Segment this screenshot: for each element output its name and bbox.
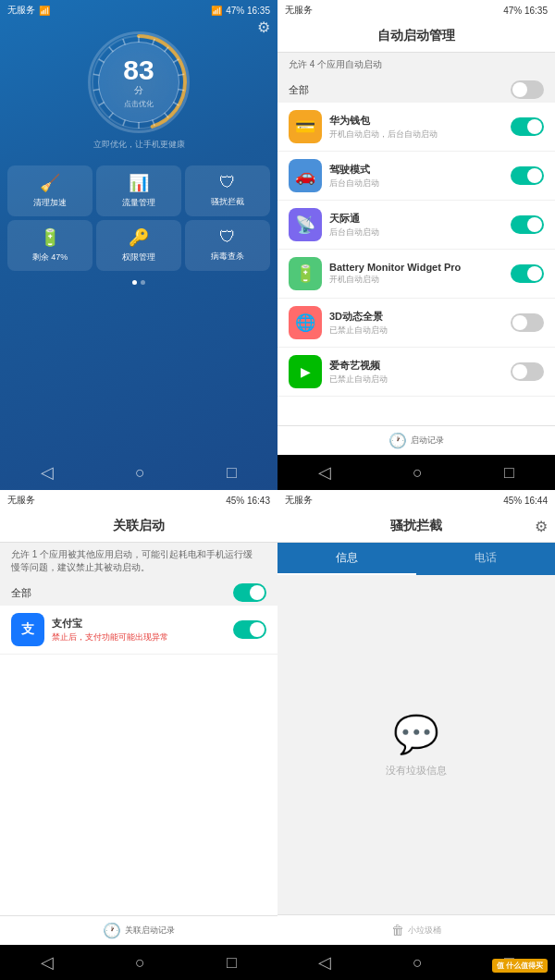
autostart-panel: 无服务 47% 16:35 自动启动管理 允许 4 个应用自动启动 全部 💳 华… — [278, 0, 555, 490]
toggle-sky[interactable] — [511, 215, 544, 234]
battery-label: 剩余 47% — [32, 251, 68, 263]
block-label: 骚扰拦截 — [211, 196, 244, 208]
optimizer-grid: 🧹 清理加速 📊 流量管理 🛡 骚扰拦截 🔋 剩余 47% 🔑 权限管理 🛡 病… — [0, 158, 278, 278]
recent-nav-icon[interactable]: □ — [227, 463, 237, 483]
spam-header: 骚扰拦截 ⚙ — [278, 510, 555, 543]
home-nav-icon[interactable]: ○ — [135, 953, 145, 973]
tab-calls[interactable]: 电话 — [416, 543, 555, 575]
app-info-drive: 驾驶模式 后台自动启动 — [329, 163, 503, 190]
assoc-subtitle: 允许 1 个应用被其他应用启动，可能引起耗电和手机运行缓 慢等问题，建议禁止其被… — [0, 543, 278, 580]
home-nav-icon[interactable]: ○ — [413, 463, 423, 483]
toggle-drive[interactable] — [511, 166, 544, 185]
toggle-wallet[interactable] — [511, 117, 544, 136]
toggle-alipay[interactable] — [233, 620, 266, 639]
app-item-video[interactable]: ▶ 爱奇艺视频 已禁止自动启动 — [278, 348, 555, 397]
permission-icon: 🔑 — [129, 227, 149, 248]
empty-chat-icon: 💬 — [393, 713, 439, 756]
app-info-battery: Battery Monitor Widget Pro 开机自动启动 — [329, 262, 503, 286]
app-item-sky[interactable]: 📡 天际通 后台自动启动 — [278, 201, 555, 250]
app-icon-panorama: 🌐 — [289, 306, 322, 339]
autostart-title: 自动启动管理 — [278, 20, 555, 53]
trash-label: 小垃圾桶 — [408, 925, 441, 937]
app-info-panorama: 3D动态全景 已禁止自动启动 — [329, 310, 503, 337]
app-icon-sky: 📡 — [289, 208, 322, 241]
app-item-panorama[interactable]: 🌐 3D动态全景 已禁止自动启动 — [278, 299, 555, 348]
status-right: 47% 16:35 — [503, 6, 548, 16]
app-icon-alipay: 支 — [11, 613, 44, 646]
all-assoc-toggle[interactable] — [233, 583, 266, 602]
spam-status-bar: 无服务 45% 16:44 — [278, 490, 555, 510]
app-item-wallet[interactable]: 💳 华为钱包 开机自动启动，后台自动启动 — [278, 103, 555, 152]
score-circle[interactable]: 83 分 点击优化 — [88, 31, 190, 133]
back-nav-icon[interactable]: ◁ — [41, 952, 54, 973]
app-name-panorama: 3D动态全景 — [329, 310, 503, 324]
status-right: 📶 47% 16:35 — [211, 6, 270, 16]
permission-label: 权限管理 — [122, 251, 155, 263]
empty-label: 没有垃圾信息 — [386, 764, 447, 778]
dot-1 — [132, 280, 137, 285]
app-icon-battery: 🔋 — [289, 257, 322, 290]
app-item-battery[interactable]: 🔋 Battery Monitor Widget Pro 开机自动启动 — [278, 250, 555, 299]
app-desc-video: 已禁止自动启动 — [329, 374, 503, 386]
assoc-app-list: 支 支付宝 禁止后，支付功能可能出现异常 — [0, 606, 278, 915]
app-name-wallet: 华为钱包 — [329, 114, 503, 128]
recent-nav-icon[interactable]: □ — [504, 463, 514, 483]
spam-trash-bar[interactable]: 🗑 小垃圾桶 — [278, 914, 555, 945]
home-nav-icon[interactable]: ○ — [135, 463, 145, 483]
back-nav-icon[interactable]: ◁ — [41, 462, 54, 483]
clean-button[interactable]: 🧹 清理加速 — [7, 165, 92, 216]
assoc-bottom-bar[interactable]: 🕐 关联启动记录 — [0, 915, 278, 945]
wifi-icon: 📶 — [211, 6, 222, 16]
permission-button[interactable]: 🔑 权限管理 — [96, 220, 181, 271]
all-toggle[interactable] — [511, 80, 544, 99]
autostart-bottom-bar[interactable]: 🕐 启动记录 — [278, 425, 555, 455]
spam-tab-bar: 信息 电话 — [278, 543, 555, 575]
toggle-knob — [512, 82, 527, 97]
bottom-label: 启动记录 — [411, 435, 444, 447]
tab-messages[interactable]: 信息 — [278, 543, 416, 575]
status-left: 无服务 — [285, 4, 313, 17]
settings-button[interactable]: ⚙ — [257, 18, 270, 36]
autostart-app-list: 💳 华为钱包 开机自动启动，后台自动启动 🚗 驾驶模式 后台自动启动 📡 天际通… — [278, 103, 555, 425]
back-nav-icon[interactable]: ◁ — [318, 462, 331, 483]
toggle-panorama[interactable] — [511, 313, 544, 332]
virus-button[interactable]: 🛡 病毒查杀 — [185, 220, 270, 271]
status-left: 无服务 — [7, 494, 35, 507]
app-desc-wallet: 开机自动启动，后台自动启动 — [329, 129, 503, 141]
autostart-status-bar: 无服务 47% 16:35 — [278, 0, 555, 20]
clock-icon: 🕐 — [388, 432, 407, 449]
toggle-video[interactable] — [511, 362, 544, 381]
app-item-alipay[interactable]: 支 支付宝 禁止后，支付功能可能出现异常 — [0, 606, 278, 655]
toggle-battery[interactable] — [511, 264, 544, 283]
assoc-panel: 无服务 45% 16:43 关联启动 允许 1 个应用被其他应用启动，可能引起耗… — [0, 490, 278, 980]
trash-icon: 🗑 — [391, 923, 404, 937]
score-outer-ring: 83 分 点击优化 — [88, 31, 190, 133]
battery-icon: 🔋 — [40, 227, 60, 248]
app-name-battery: Battery Monitor Widget Pro — [329, 262, 503, 273]
block-button[interactable]: 🛡 骚扰拦截 — [185, 165, 270, 216]
traffic-icon: 📊 — [129, 173, 149, 193]
app-info-sky: 天际通 后台自动启动 — [329, 212, 503, 239]
spam-empty-content: 💬 没有垃圾信息 — [278, 575, 555, 914]
app-name-video: 爱奇艺视频 — [329, 359, 503, 373]
traffic-label: 流量管理 — [122, 197, 155, 209]
status-left: 无服务 📶 — [7, 4, 50, 17]
back-nav-icon[interactable]: ◁ — [318, 952, 331, 973]
no-service-label: 无服务 — [285, 494, 313, 507]
battery-button[interactable]: 🔋 剩余 47% — [7, 220, 92, 271]
recent-nav-icon[interactable]: □ — [227, 953, 237, 973]
optimizer-status-bar: 无服务 📶 📶 47% 16:35 — [0, 0, 278, 20]
spam-settings-icon[interactable]: ⚙ — [535, 518, 548, 535]
optimizer-nav-bar: ◁ ○ □ — [0, 455, 278, 490]
optimizer-tagline: 立即优化，让手机更健康 — [93, 139, 185, 151]
traffic-button[interactable]: 📊 流量管理 — [96, 165, 181, 216]
spam-title: 骚扰拦截 — [390, 518, 442, 534]
score-inner-circle: 83 分 点击优化 — [98, 42, 179, 123]
autostart-nav-bar: ◁ ○ □ — [278, 455, 555, 490]
app-name-alipay: 支付宝 — [52, 617, 226, 631]
no-service-label: 无服务 — [7, 4, 35, 17]
home-nav-icon[interactable]: ○ — [413, 953, 423, 973]
clean-icon: 🧹 — [40, 173, 60, 193]
score-unit: 分 — [134, 84, 143, 97]
app-item-drive[interactable]: 🚗 驾驶模式 后台自动启动 — [278, 152, 555, 201]
